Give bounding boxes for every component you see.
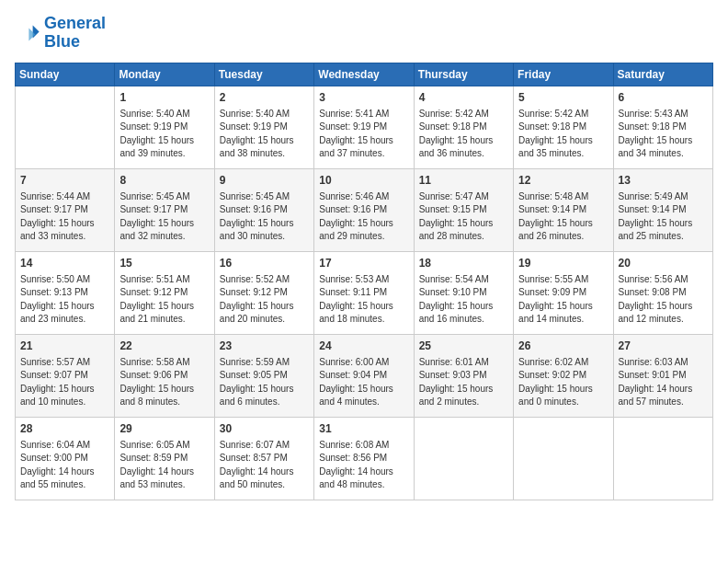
day-number: 28	[20, 421, 109, 437]
day-content: Sunrise: 5:59 AM Sunset: 9:05 PM Dayligh…	[220, 356, 309, 409]
calendar-cell: 23Sunrise: 5:59 AM Sunset: 9:05 PM Dayli…	[214, 334, 313, 417]
day-number: 23	[220, 339, 309, 354]
day-number: 17	[319, 256, 408, 271]
calendar-header-row: SundayMondayTuesdayWednesdayThursdayFrid…	[16, 63, 713, 86]
day-header-thursday: Thursday	[414, 63, 513, 86]
day-content: Sunrise: 5:44 AM Sunset: 9:17 PM Dayligh…	[20, 190, 109, 244]
day-content: Sunrise: 6:05 AM Sunset: 8:59 PM Dayligh…	[119, 439, 209, 492]
day-content: Sunrise: 6:04 AM Sunset: 9:00 PM Dayligh…	[20, 439, 109, 492]
day-content: Sunrise: 5:57 AM Sunset: 9:07 PM Dayligh…	[20, 356, 109, 409]
day-header-monday: Monday	[115, 63, 214, 86]
page-header: General Blue	[15, 15, 713, 52]
calendar-cell	[414, 417, 513, 500]
calendar-cell: 19Sunrise: 5:55 AM Sunset: 9:09 PM Dayli…	[514, 251, 613, 334]
calendar-cell: 17Sunrise: 5:53 AM Sunset: 9:11 PM Dayli…	[314, 251, 414, 334]
calendar-cell	[16, 86, 115, 168]
day-content: Sunrise: 5:47 AM Sunset: 9:15 PM Dayligh…	[419, 190, 508, 244]
day-number: 25	[419, 339, 508, 354]
day-content: Sunrise: 5:42 AM Sunset: 9:18 PM Dayligh…	[419, 108, 508, 161]
day-number: 27	[619, 339, 708, 354]
day-content: Sunrise: 6:02 AM Sunset: 9:02 PM Dayligh…	[518, 356, 608, 409]
calendar-week-1: 1Sunrise: 5:40 AM Sunset: 9:19 PM Daylig…	[16, 86, 713, 168]
day-header-sunday: Sunday	[16, 63, 115, 86]
calendar-cell: 14Sunrise: 5:50 AM Sunset: 9:13 PM Dayli…	[16, 251, 115, 334]
day-number: 1	[119, 90, 209, 106]
day-header-saturday: Saturday	[613, 63, 712, 86]
day-number: 11	[419, 173, 508, 189]
day-number: 4	[419, 90, 508, 106]
calendar-cell: 26Sunrise: 6:02 AM Sunset: 9:02 PM Dayli…	[514, 334, 613, 417]
logo-text: General Blue	[44, 15, 106, 52]
calendar-cell: 20Sunrise: 5:56 AM Sunset: 9:08 PM Dayli…	[613, 251, 712, 334]
calendar-cell: 7Sunrise: 5:44 AM Sunset: 9:17 PM Daylig…	[16, 168, 115, 251]
calendar-week-4: 21Sunrise: 5:57 AM Sunset: 9:07 PM Dayli…	[16, 334, 713, 417]
day-number: 21	[20, 339, 109, 354]
calendar-cell: 31Sunrise: 6:08 AM Sunset: 8:56 PM Dayli…	[314, 417, 414, 500]
calendar-cell: 2Sunrise: 5:40 AM Sunset: 9:19 PM Daylig…	[214, 86, 313, 168]
calendar-cell: 24Sunrise: 6:00 AM Sunset: 9:04 PM Dayli…	[314, 334, 414, 417]
day-content: Sunrise: 5:48 AM Sunset: 9:14 PM Dayligh…	[518, 190, 608, 244]
calendar-week-5: 28Sunrise: 6:04 AM Sunset: 9:00 PM Dayli…	[16, 417, 713, 500]
day-number: 5	[518, 90, 608, 106]
day-number: 8	[119, 173, 209, 189]
logo-icon	[15, 20, 40, 46]
day-number: 22	[119, 339, 209, 354]
day-content: Sunrise: 5:51 AM Sunset: 9:12 PM Dayligh…	[119, 273, 209, 327]
day-content: Sunrise: 6:01 AM Sunset: 9:03 PM Dayligh…	[419, 356, 508, 409]
day-content: Sunrise: 5:50 AM Sunset: 9:13 PM Dayligh…	[20, 273, 109, 327]
day-content: Sunrise: 5:58 AM Sunset: 9:06 PM Dayligh…	[119, 356, 209, 409]
calendar-cell: 4Sunrise: 5:42 AM Sunset: 9:18 PM Daylig…	[414, 86, 513, 168]
day-number: 12	[518, 173, 608, 189]
logo: General Blue	[15, 15, 106, 52]
calendar-cell: 1Sunrise: 5:40 AM Sunset: 9:19 PM Daylig…	[115, 86, 214, 168]
calendar-cell: 16Sunrise: 5:52 AM Sunset: 9:12 PM Dayli…	[214, 251, 313, 334]
calendar-cell: 15Sunrise: 5:51 AM Sunset: 9:12 PM Dayli…	[115, 251, 214, 334]
day-number: 10	[319, 173, 408, 189]
day-content: Sunrise: 5:46 AM Sunset: 9:16 PM Dayligh…	[319, 190, 408, 244]
day-content: Sunrise: 6:03 AM Sunset: 9:01 PM Dayligh…	[619, 356, 708, 409]
day-number: 14	[20, 256, 109, 271]
day-number: 15	[119, 256, 209, 271]
day-number: 7	[20, 173, 109, 189]
day-content: Sunrise: 5:45 AM Sunset: 9:16 PM Dayligh…	[220, 190, 309, 244]
calendar-cell: 5Sunrise: 5:42 AM Sunset: 9:18 PM Daylig…	[514, 86, 613, 168]
day-content: Sunrise: 6:08 AM Sunset: 8:56 PM Dayligh…	[319, 439, 408, 492]
day-number: 13	[619, 173, 708, 189]
calendar-cell: 10Sunrise: 5:46 AM Sunset: 9:16 PM Dayli…	[314, 168, 414, 251]
calendar-week-3: 14Sunrise: 5:50 AM Sunset: 9:13 PM Dayli…	[16, 251, 713, 334]
calendar-cell: 25Sunrise: 6:01 AM Sunset: 9:03 PM Dayli…	[414, 334, 513, 417]
day-content: Sunrise: 5:40 AM Sunset: 9:19 PM Dayligh…	[220, 108, 309, 161]
calendar-cell: 28Sunrise: 6:04 AM Sunset: 9:00 PM Dayli…	[16, 417, 115, 500]
calendar-cell: 27Sunrise: 6:03 AM Sunset: 9:01 PM Dayli…	[613, 334, 712, 417]
day-content: Sunrise: 5:41 AM Sunset: 9:19 PM Dayligh…	[319, 108, 408, 161]
day-content: Sunrise: 5:49 AM Sunset: 9:14 PM Dayligh…	[619, 190, 708, 244]
day-content: Sunrise: 5:54 AM Sunset: 9:10 PM Dayligh…	[419, 273, 508, 327]
day-content: Sunrise: 5:43 AM Sunset: 9:18 PM Dayligh…	[619, 108, 708, 161]
day-header-friday: Friday	[514, 63, 613, 86]
svg-marker-0	[33, 25, 40, 38]
day-content: Sunrise: 6:07 AM Sunset: 8:57 PM Dayligh…	[220, 439, 309, 492]
calendar-cell: 6Sunrise: 5:43 AM Sunset: 9:18 PM Daylig…	[613, 86, 712, 168]
calendar-cell: 21Sunrise: 5:57 AM Sunset: 9:07 PM Dayli…	[16, 334, 115, 417]
calendar-week-2: 7Sunrise: 5:44 AM Sunset: 9:17 PM Daylig…	[16, 168, 713, 251]
day-number: 6	[619, 90, 708, 106]
calendar-cell: 30Sunrise: 6:07 AM Sunset: 8:57 PM Dayli…	[214, 417, 313, 500]
day-number: 19	[518, 256, 608, 271]
calendar-table: SundayMondayTuesdayWednesdayThursdayFrid…	[15, 63, 713, 500]
calendar-cell: 22Sunrise: 5:58 AM Sunset: 9:06 PM Dayli…	[115, 334, 214, 417]
calendar-cell: 18Sunrise: 5:54 AM Sunset: 9:10 PM Dayli…	[414, 251, 513, 334]
day-content: Sunrise: 5:52 AM Sunset: 9:12 PM Dayligh…	[220, 273, 309, 327]
day-number: 26	[518, 339, 608, 354]
calendar-cell: 9Sunrise: 5:45 AM Sunset: 9:16 PM Daylig…	[214, 168, 313, 251]
calendar-cell: 11Sunrise: 5:47 AM Sunset: 9:15 PM Dayli…	[414, 168, 513, 251]
day-header-tuesday: Tuesday	[214, 63, 313, 86]
day-header-wednesday: Wednesday	[314, 63, 414, 86]
day-content: Sunrise: 5:56 AM Sunset: 9:08 PM Dayligh…	[619, 273, 708, 327]
calendar-cell	[514, 417, 613, 500]
day-number: 16	[220, 256, 309, 271]
day-number: 24	[319, 339, 408, 354]
calendar-cell: 29Sunrise: 6:05 AM Sunset: 8:59 PM Dayli…	[115, 417, 214, 500]
day-number: 9	[220, 173, 309, 189]
day-content: Sunrise: 5:55 AM Sunset: 9:09 PM Dayligh…	[518, 273, 608, 327]
calendar-cell: 8Sunrise: 5:45 AM Sunset: 9:17 PM Daylig…	[115, 168, 214, 251]
